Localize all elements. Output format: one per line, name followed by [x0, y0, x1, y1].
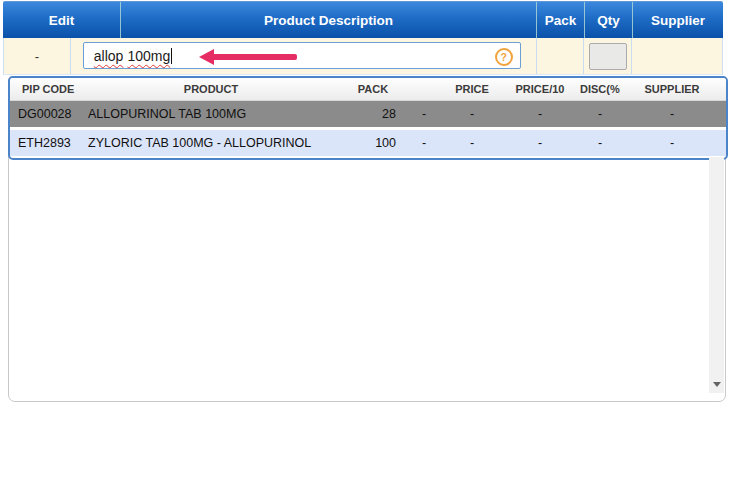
result-extra: -: [404, 136, 444, 150]
result-row-allopurinol[interactable]: DG00028 ALLOPURINOL TAB 100MG 28 - - - -…: [10, 101, 726, 127]
result-pack: 28: [342, 107, 404, 121]
supplier-cell: [632, 38, 722, 74]
results-header-pack: PACK: [342, 83, 404, 95]
result-discount: -: [580, 136, 620, 150]
results-header-discount: DISC(%): [580, 83, 620, 95]
result-discount: -: [580, 107, 620, 121]
column-header-supplier: Supplier: [633, 2, 723, 38]
search-text-token: 100mg: [127, 48, 170, 64]
search-text-token: allop: [94, 48, 124, 64]
result-extra: -: [404, 107, 444, 121]
vertical-scrollbar[interactable]: [709, 157, 724, 393]
result-pack: 100: [342, 136, 404, 150]
autocomplete-dropdown: PIP CODE PRODUCT PACK PRICE PRICE/10 DIS…: [8, 76, 726, 402]
results-header-row: PIP CODE PRODUCT PACK PRICE PRICE/10 DIS…: [10, 78, 726, 101]
search-results-panel: PIP CODE PRODUCT PACK PRICE PRICE/10 DIS…: [8, 76, 728, 160]
scroll-down-button[interactable]: [709, 376, 724, 393]
column-header-pack: Pack: [537, 2, 585, 38]
order-grid: Edit Product Description Pack Qty Suppli…: [3, 1, 723, 75]
help-icon[interactable]: ?: [495, 48, 513, 66]
text-cursor: [171, 48, 172, 64]
chevron-down-icon: [713, 382, 721, 387]
product-search-input[interactable]: allop 100mg ?: [83, 42, 521, 69]
result-price: -: [444, 107, 500, 121]
result-pip-code: ETH2893: [10, 136, 80, 150]
product-description-cell: allop 100mg ?: [71, 38, 537, 74]
column-header-product-description: Product Description: [121, 2, 537, 38]
results-header-price: PRICE: [444, 83, 500, 95]
result-product: ZYLORIC TAB 100MG - ALLOPURINOL: [80, 136, 342, 150]
result-row-zyloric[interactable]: ETH2893 ZYLORIC TAB 100MG - ALLOPURINOL …: [10, 130, 726, 156]
qty-input[interactable]: [589, 43, 627, 70]
column-header-edit: Edit: [3, 2, 121, 38]
result-supplier: -: [620, 136, 724, 150]
result-price-per-10: -: [500, 107, 580, 121]
result-price: -: [444, 136, 500, 150]
edit-cell: -: [4, 38, 71, 74]
edit-cell-value: -: [35, 49, 39, 64]
pharmacy-order-page: Edit Product Description Pack Qty Suppli…: [0, 0, 730, 477]
column-header-qty: Qty: [585, 2, 633, 38]
results-header-supplier: SUPPLIER: [620, 83, 724, 95]
order-grid-header: Edit Product Description Pack Qty Suppli…: [3, 1, 723, 38]
result-price-per-10: -: [500, 136, 580, 150]
qty-cell: [584, 38, 632, 74]
result-product: ALLOPURINOL TAB 100MG: [80, 107, 342, 121]
results-header-price-per-10: PRICE/10: [500, 83, 580, 95]
pack-cell: [537, 38, 585, 74]
results-header-product: PRODUCT: [80, 83, 342, 95]
result-pip-code: DG00028: [10, 107, 80, 121]
order-entry-row: - allop 100mg ?: [3, 38, 723, 75]
result-supplier: -: [620, 107, 724, 121]
results-header-pip-code: PIP CODE: [10, 83, 80, 95]
